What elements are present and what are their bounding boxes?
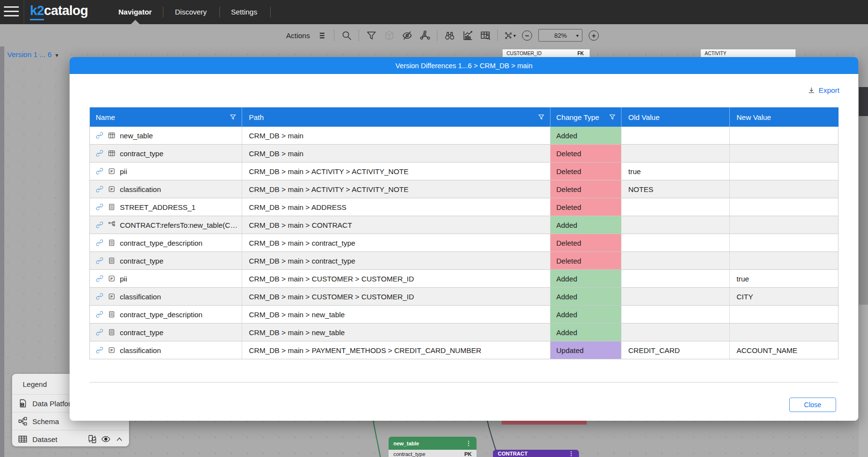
- cell-new-value: ACCOUNT_NAME: [730, 341, 839, 359]
- cell-name: Pclassification: [89, 180, 242, 198]
- actions-menu-icon[interactable]: [316, 29, 328, 41]
- hamburger-menu-icon[interactable]: [4, 6, 19, 19]
- cell-path: CRM_DB > main > contract_type: [242, 234, 550, 251]
- entity-new-table[interactable]: new_table ⋮ contract_type PK: [389, 437, 477, 457]
- chevron-down-icon: ▾: [576, 33, 579, 38]
- cell-change-type: Deleted: [550, 180, 622, 198]
- search-icon[interactable]: [341, 29, 352, 41]
- cell-change-type: Added: [550, 288, 622, 305]
- entity-new-table-header[interactable]: new_table ⋮: [389, 437, 477, 450]
- export-button[interactable]: Export: [808, 86, 839, 94]
- tab-discovery[interactable]: Discovery: [175, 8, 207, 16]
- entity-contract-header[interactable]: CONTRACT ⋮: [493, 450, 579, 457]
- scrollbar-thumb[interactable]: [859, 87, 868, 116]
- cell-path: CRM_DB > main > new_table: [242, 324, 550, 341]
- open-item-link-icon[interactable]: [96, 149, 103, 157]
- open-item-link-icon[interactable]: [96, 239, 103, 247]
- package-icon[interactable]: [383, 29, 395, 41]
- compare-icon[interactable]: [87, 434, 97, 444]
- open-item-link-icon[interactable]: [96, 203, 103, 211]
- table-row: contract_typeCRM_DB > main > new_tableAd…: [89, 324, 839, 341]
- cell-old-value: [622, 270, 730, 287]
- differences-table: NamePathChange TypeOld ValueNew Value ne…: [89, 107, 839, 359]
- layout-icon[interactable]: ▾: [504, 29, 516, 41]
- open-item-link-icon[interactable]: [96, 328, 103, 336]
- chevron-down-icon: ▾: [513, 33, 516, 38]
- export-label: Export: [819, 86, 839, 94]
- cell-new-value: [730, 324, 839, 341]
- cell-change-type: Deleted: [550, 234, 622, 251]
- cell-name: Ppii: [89, 270, 242, 287]
- zoom-out-button[interactable]: −: [522, 30, 532, 41]
- open-item-link-icon[interactable]: [96, 221, 103, 229]
- binoculars-icon[interactable]: [444, 29, 455, 41]
- tab-settings[interactable]: Settings: [231, 8, 257, 16]
- column-header-name: Name: [89, 107, 242, 127]
- hide-icon[interactable]: [401, 29, 413, 41]
- cell-new-value: [730, 180, 839, 198]
- legend-item-dataset[interactable]: Dataset: [12, 430, 129, 448]
- cell-path: CRM_DB > main > ACTIVITY > ACTIVITY_NOTE: [242, 162, 550, 180]
- open-item-link-icon[interactable]: [96, 257, 103, 265]
- open-item-link-icon[interactable]: [96, 167, 103, 175]
- cell-name: Ppii: [89, 162, 242, 180]
- diagram-toolbar: Actions ▾ − 82% ▾ +: [0, 24, 868, 46]
- active-tab-indicator: [131, 20, 140, 24]
- cell-new-value: [730, 127, 839, 144]
- cell-old-value: [622, 288, 730, 305]
- column-type-icon: [108, 328, 116, 336]
- open-item-link-icon[interactable]: [96, 293, 103, 300]
- column-header-new-value: New Value: [730, 107, 839, 127]
- open-item-link-icon[interactable]: [96, 310, 103, 318]
- legend-item-label: Dataset: [32, 435, 58, 443]
- version-differences-dialog: Version Differences 1...6 > CRM_DB > mai…: [70, 57, 858, 421]
- actions-label[interactable]: Actions: [286, 31, 310, 40]
- open-item-link-icon[interactable]: [96, 275, 103, 282]
- divider: [163, 7, 163, 17]
- entity-new-table-row[interactable]: contract_type PK: [389, 450, 477, 457]
- filter-icon[interactable]: [538, 114, 544, 120]
- zoom-level-select[interactable]: 82% ▾: [538, 29, 582, 42]
- cell-old-value: [622, 306, 730, 323]
- item-name: classification: [120, 346, 161, 354]
- cell-new-value: [730, 216, 839, 234]
- cell-new-value: [730, 162, 839, 180]
- table-row: new_tableCRM_DB > mainAdded: [89, 127, 839, 145]
- column-header-label: Old Value: [628, 113, 660, 121]
- close-button[interactable]: Close: [789, 398, 836, 412]
- eye-icon[interactable]: [101, 434, 111, 444]
- graph-icon[interactable]: [419, 29, 431, 41]
- table-row: STREET_ADDRESS_1CRM_DB > main > ADDRESSD…: [89, 198, 839, 216]
- filter-icon[interactable]: [230, 114, 236, 120]
- open-item-link-icon[interactable]: [96, 346, 103, 354]
- cell-path: CRM_DB > main > CUSTOMER > CUSTOMER_ID: [242, 270, 550, 287]
- svg-text:P: P: [111, 169, 113, 174]
- zoom-in-button[interactable]: +: [589, 30, 599, 41]
- open-item-link-icon[interactable]: [96, 132, 103, 139]
- table-row: PclassificationCRM_DB > main > ACTIVITY …: [89, 180, 839, 198]
- table-row: contract_type_descriptionCRM_DB > main >…: [89, 306, 839, 324]
- customer-id-label: CUSTOMER_ID: [506, 51, 542, 56]
- cell-name: new_table: [89, 127, 242, 144]
- cell-name: STREET_ADDRESS_1: [89, 198, 242, 216]
- version-selector[interactable]: Version 1 ... 6▼: [7, 50, 59, 59]
- kebab-menu-icon[interactable]: ⋮: [465, 440, 472, 447]
- cell-old-value: [622, 127, 730, 144]
- logo-catalog: catalog: [44, 3, 88, 18]
- chevron-up-icon[interactable]: [115, 434, 124, 444]
- table-row: PclassificationCRM_DB > main > CUSTOMER …: [89, 288, 839, 306]
- svg-text:P: P: [111, 348, 113, 353]
- tab-navigator[interactable]: Navigator: [118, 8, 152, 16]
- item-name: STREET_ADDRESS_1: [120, 203, 196, 211]
- table-search-icon[interactable]: [479, 29, 491, 41]
- column-header-path: Path: [242, 107, 550, 127]
- filter-icon[interactable]: [609, 114, 615, 120]
- table-row: CONTRACT:refersTo:new_table(CO…CRM_DB > …: [89, 216, 839, 234]
- svg-text:P: P: [111, 187, 113, 192]
- chart-icon[interactable]: [462, 29, 473, 41]
- filter-icon[interactable]: [365, 29, 377, 41]
- kebab-menu-icon[interactable]: ⋮: [568, 450, 574, 457]
- cell-change-type: Added: [550, 127, 622, 144]
- open-item-link-icon[interactable]: [96, 185, 103, 193]
- legend-item-actions: [87, 434, 124, 444]
